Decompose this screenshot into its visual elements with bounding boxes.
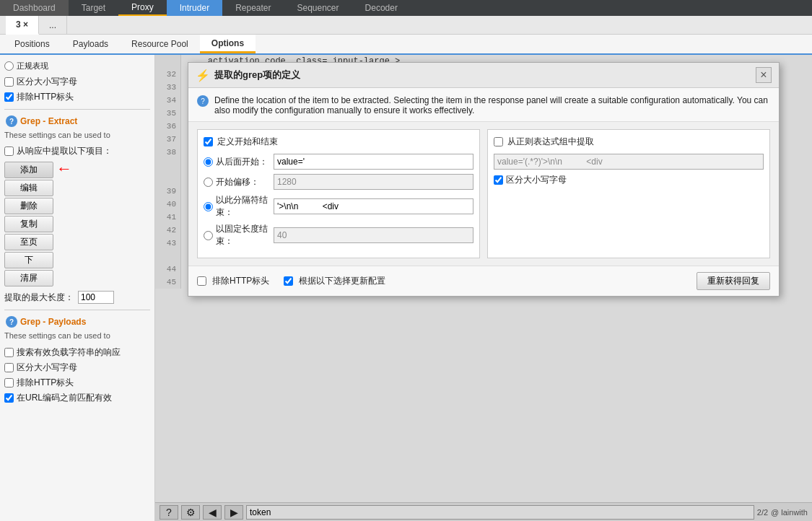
col-left-title: 定义开始和结束 [204, 136, 473, 148]
dialog-title: 提取的grep项的定义 [214, 69, 751, 82]
max-length-row: 提取的最大长度： [4, 291, 150, 304]
dialog-body: 定义开始和结束 从后面开始： 开始偏移： [188, 122, 779, 266]
grep-payloads-desc: These settings can be used to [4, 330, 150, 341]
nav-dashboard[interactable]: Dashboard [0, 0, 69, 16]
subtab-options[interactable]: Options [200, 35, 256, 53]
tab-row: 3 × ... [0, 16, 812, 35]
radio-delimiter-row: 以此分隔符结束： [204, 194, 473, 219]
dialog-columns: 定义开始和结束 从后面开始： 开始偏移： [197, 129, 770, 258]
regex-case-label: 区分大小写字母 [506, 174, 567, 186]
sidebar: 正规表现 区分大小写字母 排除HTTP标头 ? Grep - Extract T… [0, 55, 155, 521]
col-right-checkbox[interactable] [494, 137, 503, 146]
subtab-positions[interactable]: Positions [3, 35, 61, 53]
case-sensitive-label: 区分大小写字母 [17, 76, 77, 88]
input-start-offset[interactable] [274, 174, 473, 190]
btn-refetch[interactable]: 重新获得回复 [697, 272, 770, 290]
add-arrow-icon: ← [56, 159, 72, 178]
btn-copy[interactable]: 复制 [4, 216, 53, 232]
checkbox-search-effective[interactable] [4, 348, 14, 357]
checkbox-case2[interactable] [4, 363, 14, 372]
dialog-bottom-row: 排除HTTP标头 根据以下选择更新配置 重新获得回复 [188, 266, 779, 296]
sub-tab-row: Positions Payloads Resource Pool Options [0, 35, 812, 55]
regex-case-row: 区分大小写字母 [494, 174, 764, 186]
input-delimiter[interactable] [274, 198, 473, 214]
regex-input-row [494, 154, 764, 170]
radio-delimiter-label: 以此分隔符结束： [216, 194, 274, 219]
dialog-close-button[interactable]: × [756, 67, 772, 83]
radio-from-back-label: 从后面开始： [216, 156, 274, 168]
radio-from-back[interactable] [204, 157, 213, 167]
col-left-checkbox[interactable] [204, 137, 213, 146]
btn-delete[interactable]: 删除 [4, 198, 53, 214]
btn-edit[interactable]: 编辑 [4, 180, 53, 196]
regex-case-checkbox[interactable] [494, 175, 503, 185]
nav-sequencer[interactable]: Sequencer [284, 0, 352, 16]
radio-fixed-row: 以固定长度结束： [204, 223, 473, 248]
checkbox-exclude2[interactable] [4, 378, 14, 388]
exclude2-label: 排除HTTP标头 [17, 377, 74, 389]
help-icon-payloads: ? [6, 316, 17, 328]
radio-start-offset-row: 开始偏移： [204, 174, 473, 190]
dialog-col-right: 从正则表达式组中提取 区分大小写字母 [487, 129, 770, 258]
extract-button-group: 添加 ← 编辑 删除 复制 至页 下 清屏 [4, 162, 150, 286]
max-len-input[interactable] [78, 291, 114, 304]
grep-extract-dialog: ⚡ 提取的grep项的定义 × ? Define the location of… [188, 62, 780, 297]
tab-more[interactable]: ... [39, 16, 67, 34]
nav-intruder[interactable]: Intruder [167, 0, 222, 16]
radio-delimiter[interactable] [204, 202, 213, 211]
radio-start-offset[interactable] [204, 178, 213, 187]
radio-fixed-length[interactable] [204, 231, 213, 240]
nav-repeater[interactable]: Repeater [222, 0, 284, 16]
dialog-title-bar: ⚡ 提取的grep项的定义 × [188, 63, 779, 88]
input-from-back[interactable] [274, 154, 473, 170]
update-on-select-checkbox[interactable] [284, 276, 293, 286]
dialog-overlay: ⚡ 提取的grep项的定义 × ? Define the location of… [155, 55, 812, 521]
nav-target[interactable]: Target [69, 0, 118, 16]
dialog-title-icon: ⚡ [196, 69, 210, 82]
update-on-select-label: 根据以下选择更新配置 [299, 275, 385, 287]
btn-down[interactable]: 下 [4, 252, 53, 268]
checkbox-exclude-http[interactable] [4, 92, 14, 102]
subtab-payloads[interactable]: Payloads [61, 35, 120, 53]
col-left-title-text: 定义开始和结束 [217, 136, 278, 148]
checkbox-case-sensitive[interactable] [4, 77, 14, 87]
radio-fixed-length-label: 以固定长度结束： [216, 223, 274, 248]
top-navigation: Dashboard Target Proxy Intruder Repeater… [0, 0, 812, 16]
exclude-http-bottom-label: 排除HTTP标头 [212, 275, 269, 287]
help-icon-extract: ? [6, 115, 17, 127]
search-effective-label: 搜索有效负载字符串的响应 [17, 346, 121, 359]
subtab-resource-pool[interactable]: Resource Pool [120, 35, 200, 53]
btn-add[interactable]: 添加 [4, 162, 53, 178]
nav-proxy[interactable]: Proxy [118, 0, 167, 16]
dialog-help-row: ? Define the location of the item to be … [188, 88, 779, 122]
regexp-label: 正规表现 [17, 61, 48, 71]
grep-extract-desc: These settings can be used to [4, 130, 150, 141]
btn-top[interactable]: 至页 [4, 234, 53, 250]
dialog-col-left: 定义开始和结束 从后面开始： 开始偏移： [197, 129, 480, 258]
btn-clear[interactable]: 清屏 [4, 270, 53, 286]
input-fixed-length[interactable] [274, 227, 473, 243]
checkbox-url-encode[interactable] [4, 393, 14, 403]
dialog-help-icon: ? [197, 95, 209, 107]
dialog-help-text: Define the location of the item to be ex… [214, 95, 770, 115]
regex-input[interactable] [494, 154, 764, 170]
grep-payloads-section: ? Grep - Payloads [6, 316, 150, 328]
exclude-http-label: 排除HTTP标头 [17, 91, 74, 103]
tab-3[interactable]: 3 × [6, 16, 39, 35]
exclude-http-bottom-checkbox[interactable] [197, 276, 206, 286]
content-area: activation_code class= input-large > 32 … [155, 55, 812, 521]
main-area: 正规表现 区分大小写字母 排除HTTP标头 ? Grep - Extract T… [0, 55, 812, 521]
col-right-title: 从正则表达式组中提取 [494, 136, 764, 148]
max-len-label: 提取的最大长度： [4, 292, 74, 304]
radio-from-back-row: 从后面开始： [204, 154, 473, 170]
checkbox-extract-items[interactable] [4, 146, 14, 156]
grep-extract-section: ? Grep - Extract [6, 115, 150, 127]
grep-extract-title: Grep - Extract [20, 116, 77, 126]
nav-decoder[interactable]: Decoder [352, 0, 411, 16]
radio-regexp[interactable] [4, 61, 14, 71]
grep-payloads-title: Grep - Payloads [20, 317, 86, 327]
radio-start-offset-label: 开始偏移： [216, 176, 274, 188]
extract-items-label: 从响应中提取以下项目： [17, 145, 112, 157]
url-encode-label: 在URL编码之前匹配有效 [17, 392, 112, 404]
case2-label: 区分大小写字母 [17, 362, 77, 374]
